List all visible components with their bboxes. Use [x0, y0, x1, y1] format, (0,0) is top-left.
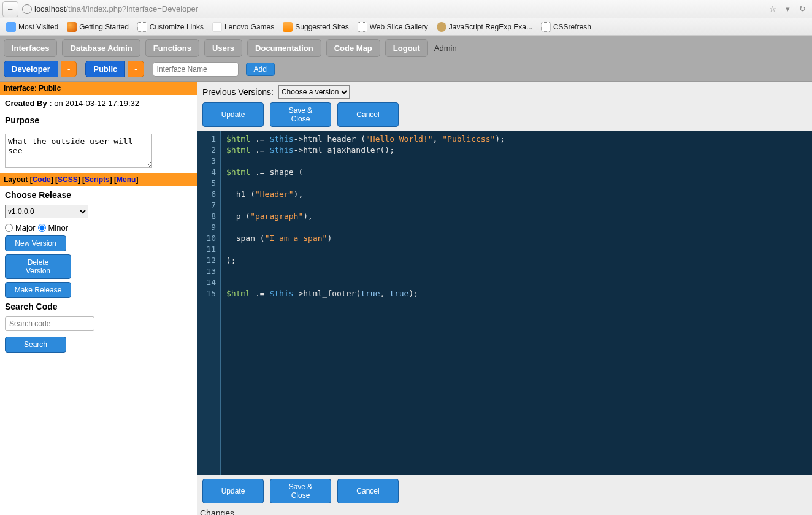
tab-public-remove[interactable]: -	[128, 61, 144, 77]
line-gutter: 123456789101112131415	[197, 131, 220, 475]
bookmark-label: CSSrefresh	[553, 23, 591, 31]
purpose-textarea[interactable]	[5, 134, 152, 168]
code-editor[interactable]: 123456789101112131415 $html .= $this->ht…	[197, 131, 812, 475]
cancel-button-top[interactable]: Cancel	[337, 102, 399, 127]
bookmark-icon	[137, 22, 147, 32]
created-by: Created By : on 2014-03-12 17:19:32	[0, 95, 197, 112]
update-button-top[interactable]: Update	[202, 102, 264, 127]
bookmark-label: Customize Links	[150, 23, 204, 31]
nav-logout[interactable]: Logout	[385, 39, 428, 57]
minor-radio[interactable]	[38, 224, 46, 232]
save-close-button-bottom[interactable]: Save & Close	[270, 479, 331, 503]
delete-version-button[interactable]: Delete Version	[5, 254, 71, 279]
purpose-heading: Purpose	[5, 115, 192, 125]
search-code-heading: Search Code	[5, 302, 192, 311]
bookmark-label: Web Slice Gallery	[370, 23, 428, 31]
bookmark-label: Lenovo Games	[224, 23, 274, 31]
search-code-input[interactable]	[5, 316, 94, 331]
major-radio[interactable]	[5, 224, 13, 232]
nav-docs[interactable]: Documentation	[247, 39, 321, 57]
bookmark-icon	[437, 22, 446, 32]
layout-link-menu[interactable]: Menu	[117, 175, 136, 184]
previous-versions-label: Previous Versions:	[202, 87, 274, 97]
bookmark-most-visited[interactable]: Most Visited	[4, 21, 61, 33]
reload-icon[interactable]: ↻	[797, 4, 807, 13]
nav-dbadmin[interactable]: Database Admin	[62, 39, 140, 57]
bookmark-icon	[283, 22, 293, 32]
layout-bar: Layout [Code] [SCSS] [Scripts] [Menu]	[0, 173, 197, 186]
bookmark-icon	[6, 22, 16, 32]
bookmark-webslice[interactable]: Web Slice Gallery	[355, 21, 431, 33]
arrow-left-icon: ←	[7, 5, 14, 13]
release-select[interactable]: v1.0.0.0	[5, 205, 88, 218]
nav-users[interactable]: Users	[204, 39, 242, 57]
choose-release-heading: Choose Release	[5, 190, 192, 200]
changes-label: Changes	[197, 507, 812, 515]
cancel-button-bottom[interactable]: Cancel	[337, 479, 399, 503]
bookmark-label: JavaScript RegExp Exa...	[449, 23, 532, 31]
bookmark-label: Suggested Sites	[295, 23, 348, 31]
bookmark-icon	[212, 22, 222, 32]
interface-title-bar: Interface: Public	[0, 82, 197, 95]
bookmark-star-icon[interactable]: ☆	[768, 4, 778, 13]
major-label: Major	[15, 223, 36, 232]
search-button[interactable]: Search	[5, 337, 66, 353]
globe-icon	[22, 4, 32, 14]
nav-functions[interactable]: Functions	[145, 39, 199, 57]
bookmark-lenovo[interactable]: Lenovo Games	[210, 21, 277, 33]
save-close-button-top[interactable]: Save & Close	[270, 102, 331, 127]
sidebar: Interface: Public Created By : on 2014-0…	[0, 82, 197, 515]
tab-developer-remove[interactable]: -	[61, 61, 77, 77]
browser-toolbar: ← localhost/tina4/index.php?interface=De…	[0, 0, 812, 18]
bookmark-icon	[67, 22, 77, 32]
minor-label: Minor	[48, 223, 69, 232]
tab-developer[interactable]: Developer	[4, 61, 58, 77]
editor-panel: Previous Versions: Choose a version Upda…	[197, 82, 812, 515]
bookmarks-bar: Most Visited Getting Started Customize L…	[0, 18, 812, 36]
app-header: Interfaces Database Admin Functions User…	[0, 36, 812, 82]
url-bar[interactable]: localhost/tina4/index.php?interface=Deve…	[34, 4, 198, 13]
code-content[interactable]: $html .= $this->html_header ("Hello Worl…	[220, 131, 812, 475]
nav-codemap[interactable]: Code Map	[326, 39, 380, 57]
interface-name-input[interactable]	[153, 62, 239, 77]
admin-label: Admin	[434, 44, 457, 53]
version-select[interactable]: Choose a version	[278, 85, 350, 99]
bookmark-label: Most Visited	[18, 23, 58, 31]
bookmark-getting-started[interactable]: Getting Started	[64, 21, 131, 33]
nav-interfaces[interactable]: Interfaces	[4, 39, 57, 57]
tab-public[interactable]: Public	[85, 61, 125, 77]
back-button[interactable]: ←	[2, 1, 18, 17]
bookmark-icon	[541, 22, 551, 32]
bookmark-icon	[358, 22, 367, 32]
update-button-bottom[interactable]: Update	[202, 479, 264, 503]
add-interface-button[interactable]: Add	[246, 63, 275, 76]
history-dropdown-icon[interactable]: ▾	[783, 4, 792, 13]
bookmark-customize[interactable]: Customize Links	[135, 21, 206, 33]
new-version-button[interactable]: New Version	[5, 235, 66, 251]
bookmark-suggested[interactable]: Suggested Sites	[280, 21, 351, 33]
layout-link-code[interactable]: Code	[33, 175, 51, 184]
layout-link-scripts[interactable]: Scripts	[85, 175, 110, 184]
bookmark-regex[interactable]: JavaScript RegExp Exa...	[434, 21, 535, 33]
bookmark-label: Getting Started	[79, 23, 129, 31]
bookmark-cssrefresh[interactable]: CSSrefresh	[538, 21, 594, 33]
layout-link-scss[interactable]: SCSS	[58, 175, 78, 184]
make-release-button[interactable]: Make Release	[5, 282, 71, 298]
